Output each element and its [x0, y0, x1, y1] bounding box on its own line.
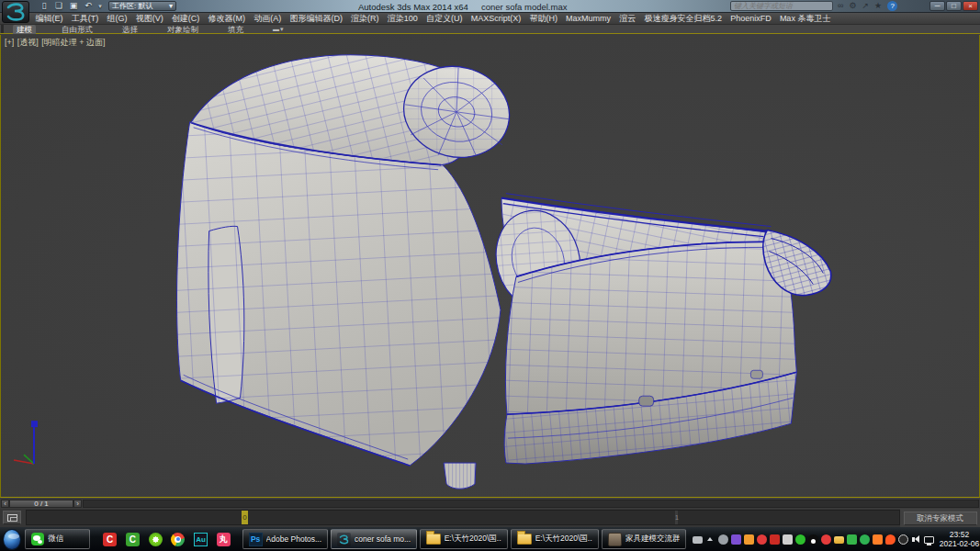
clock-time: 23:52	[939, 530, 980, 539]
time-slider-track[interactable]	[83, 500, 979, 508]
wangwang-tray-icon[interactable]	[873, 534, 883, 545]
next-frame-icon[interactable]: ›	[73, 500, 82, 508]
app-green-icon[interactable]	[847, 534, 857, 545]
3dsmax-logo-icon	[6, 3, 26, 21]
viewport-label: [+] [透视] [明暗处理 + 边面]	[5, 37, 107, 49]
ribbon-tabs: 建模 自由形式 选择 对象绘制 填充 ▬▾	[0, 25, 980, 34]
help-icons: ∞ ⚙ ↗ ★ ?	[838, 1, 897, 11]
save-icon[interactable]: ▣	[68, 1, 79, 11]
open-file-icon[interactable]: ❏	[53, 1, 64, 11]
minimize-button[interactable]: ─	[929, 1, 945, 11]
tab-modeling[interactable]: 建模	[13, 25, 36, 34]
netease-music-icon[interactable]	[821, 534, 831, 545]
menu-tools[interactable]: 工具(T)	[67, 13, 103, 25]
camtasia-tray-icon[interactable]	[770, 534, 780, 545]
mini-curve-editor-button[interactable]	[3, 511, 21, 524]
taskbar-pinned-browser360[interactable]	[146, 529, 165, 549]
undo-dropdown-icon[interactable]: ▾	[97, 1, 103, 11]
taskbar-wechat-window[interactable]: 微信	[25, 529, 90, 549]
tab-freeform[interactable]: 自由形式	[58, 25, 96, 34]
close-button[interactable]: ×	[963, 1, 978, 11]
folder-icon	[426, 534, 441, 545]
tab-populate[interactable]: 填充	[224, 25, 247, 34]
explorer1-label: E:\天竹2020\国...	[445, 534, 501, 545]
tab-object-paint[interactable]: 对象绘制	[163, 25, 202, 34]
search-input[interactable]	[730, 1, 833, 11]
app-purple-icon[interactable]	[731, 534, 741, 545]
taskbar-pinned-wan[interactable]: 丸	[214, 529, 233, 549]
wrench-icon[interactable]: ⚙	[849, 1, 856, 11]
share-icon[interactable]: ↗	[862, 1, 870, 11]
ribbon-grip[interactable]	[1, 25, 4, 33]
menu-phoenixfd[interactable]: PhoenixFD	[727, 14, 776, 23]
menu-edit[interactable]: 编辑(E)	[31, 13, 67, 25]
menu-graph-editors[interactable]: 图形编辑器(D)	[286, 13, 347, 25]
taskbar-3dsmax-window[interactable]: coner sofa mo...	[331, 529, 417, 549]
menu-render100[interactable]: 渲染100	[383, 13, 422, 25]
taskbar-explorer-window-1[interactable]: E:\天竹2020\国...	[420, 529, 508, 549]
search-icon[interactable]: ∞	[838, 1, 843, 11]
taskbar-pinned-audition[interactable]: Au	[191, 529, 210, 549]
new-file-icon[interactable]: ▯	[39, 1, 50, 11]
frame-marker[interactable]: 0	[242, 511, 248, 524]
app-light-icon[interactable]	[783, 534, 793, 545]
menu-animation[interactable]: 动画(A)	[250, 13, 286, 25]
viewport-menu-view[interactable]: [透视]	[17, 38, 39, 47]
menu-maxscript[interactable]: MAXScript(X)	[467, 14, 525, 23]
3dsmax-app-button[interactable]	[2, 1, 29, 23]
app-orange-icon[interactable]	[744, 534, 754, 545]
menu-xuanyun[interactable]: 渲云	[615, 13, 640, 25]
folder-tray-icon[interactable]	[834, 536, 844, 544]
menu-maxmummy[interactable]: MaxMummy	[561, 14, 614, 23]
workspace-selector[interactable]: 工作区: 默认 ▾	[108, 1, 176, 11]
menu-views[interactable]: 视图(V)	[131, 13, 167, 25]
taskbar-clock[interactable]: 23:52 2021-02-06	[939, 530, 980, 548]
menu-help[interactable]: 帮助(H)	[525, 13, 562, 25]
tab-selection[interactable]: 选择	[118, 25, 141, 34]
undo-icon[interactable]: ↶	[83, 1, 94, 11]
document-title: coner sofa model.max	[481, 2, 567, 12]
clock-date: 2021-02-06	[939, 539, 980, 548]
system-tray	[693, 534, 934, 545]
screen-record-icon[interactable]	[757, 534, 767, 545]
time-slider-handle[interactable]: ‹ 0 / 1 ›	[1, 500, 82, 508]
sofa-wireframe-model[interactable]	[1, 35, 979, 497]
menu-rendering[interactable]: 渲染(R)	[347, 13, 384, 25]
input-keyboard-icon[interactable]	[693, 536, 703, 544]
hidden-icons-arrow[interactable]	[705, 534, 715, 545]
wechat-tray-icon[interactable]	[795, 534, 805, 545]
menu-antivirus[interactable]: Max 杀毒卫士	[775, 13, 835, 25]
previous-frame-icon[interactable]: ‹	[1, 500, 9, 508]
safe360-tray-icon[interactable]	[860, 534, 870, 545]
flame-tray-icon[interactable]	[885, 534, 896, 545]
perspective-viewport[interactable]: [+] [透视] [明暗处理 + 边面]	[0, 35, 980, 498]
qq-tray-icon[interactable]	[808, 534, 818, 545]
time-slider[interactable]: ‹ 0 / 1 ›	[0, 499, 980, 509]
app-gray-icon[interactable]	[718, 534, 728, 545]
qq-group-label: 家具建模交流群	[625, 534, 680, 545]
menu-group[interactable]: 组(G)	[103, 13, 131, 25]
taskbar-pinned-chrome[interactable]	[168, 529, 187, 549]
cancel-expert-mode-button[interactable]: 取消专家模式	[904, 512, 977, 525]
help-icon[interactable]: ?	[887, 1, 897, 11]
volume-icon[interactable]	[911, 534, 921, 545]
taskbar-pinned-camtasia-recorder[interactable]: C	[123, 529, 142, 549]
menu-create[interactable]: 创建(C)	[167, 13, 204, 25]
favorites-star-icon[interactable]: ★	[874, 1, 882, 11]
viewport-menu-plus[interactable]: [+]	[5, 38, 14, 47]
menu-customize[interactable]: 自定义(U)	[422, 13, 467, 25]
ribbon-collapse-icon[interactable]: ▬▾	[269, 25, 288, 34]
maximize-button[interactable]: □	[946, 1, 962, 11]
g-circle-icon[interactable]	[898, 534, 908, 545]
menu-modifiers[interactable]: 修改器(M)	[204, 13, 250, 25]
menu-archive[interactable]: 极速瘦身安全归档5.2	[640, 13, 727, 25]
taskbar-pinned-camtasia[interactable]: C	[100, 529, 119, 549]
track-bar[interactable]: 0 1	[26, 510, 900, 525]
network-icon[interactable]	[924, 536, 934, 544]
taskbar-qq-group-window[interactable]: 家具建模交流群	[602, 529, 686, 549]
taskbar-explorer-window-2[interactable]: E:\天竹2020\国...	[511, 529, 599, 549]
start-button[interactable]	[3, 529, 21, 550]
browser360-icon	[149, 533, 163, 546]
taskbar-photoshop-window[interactable]: Ps Adobe Photos...	[242, 529, 329, 549]
viewport-menu-shading[interactable]: [明暗处理 + 边面]	[41, 38, 105, 47]
